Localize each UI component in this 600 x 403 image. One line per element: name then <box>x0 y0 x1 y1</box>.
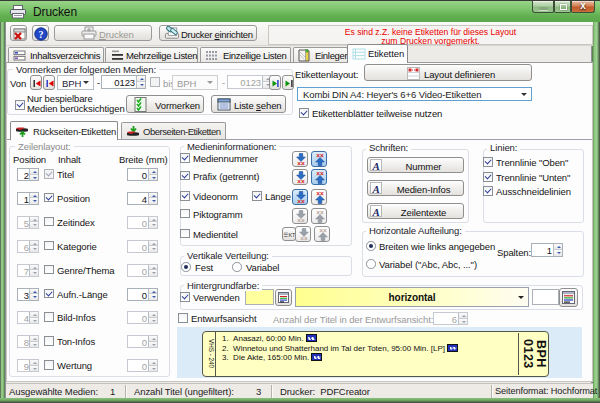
svg-text:××: ×× <box>297 160 305 166</box>
svg-text:××: ×× <box>297 217 305 223</box>
svg-text:××: ×× <box>297 198 305 204</box>
svg-text:××: ×× <box>300 235 308 241</box>
svg-text:××: ×× <box>297 178 305 184</box>
svg-text:?: ? <box>39 29 44 40</box>
